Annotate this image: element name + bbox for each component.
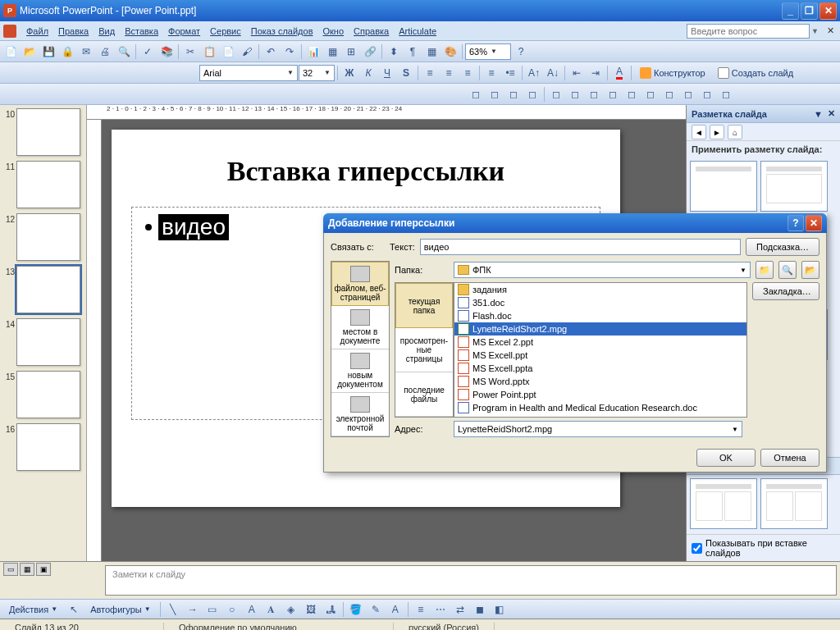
print-icon[interactable]: 🖨 xyxy=(96,43,114,61)
grid-icon[interactable]: ▦ xyxy=(422,43,441,61)
menu-view[interactable]: Вид xyxy=(94,25,120,38)
cut-icon[interactable]: ✂ xyxy=(181,43,199,61)
forward-icon[interactable]: ► xyxy=(710,125,724,139)
zoom-combo[interactable]: 63%▼ xyxy=(465,43,511,60)
display-text-input[interactable] xyxy=(420,239,741,255)
tables-borders-icon[interactable]: ⊞ xyxy=(342,43,360,61)
folder-combo[interactable]: ФПК ▼ xyxy=(454,262,751,278)
table-icon[interactable]: ▦ xyxy=(323,43,341,61)
cancel-button[interactable]: Отмена xyxy=(760,449,819,467)
oval-icon[interactable]: ○ xyxy=(223,600,241,619)
align-center-icon[interactable]: ≡ xyxy=(440,64,458,82)
wordart-icon[interactable]: 𝐀 xyxy=(262,600,281,619)
slide-title[interactable]: Вставка гиперссылки xyxy=(131,156,600,187)
decrease-font-icon[interactable]: A↓ xyxy=(544,64,562,82)
layout-content-2[interactable] xyxy=(760,478,828,529)
align-left-icon[interactable]: ≡ xyxy=(421,64,439,82)
diagram-icon[interactable]: ◈ xyxy=(282,600,300,619)
3d-style-icon[interactable]: ◧ xyxy=(491,600,509,619)
tb-icon-1[interactable]: ◻ xyxy=(467,85,485,103)
autoshapes-menu[interactable]: Автофигуры ▼ xyxy=(84,600,157,619)
file-item[interactable]: MS Excell.ppt xyxy=(454,349,746,362)
thumbnail-13[interactable]: 13 xyxy=(2,266,84,313)
bullets-icon[interactable]: •≡ xyxy=(501,64,519,82)
numbering-icon[interactable]: ≡ xyxy=(482,64,500,82)
tb-icon-14[interactable]: ◻ xyxy=(717,85,735,103)
chart-icon[interactable]: 📊 xyxy=(304,43,322,61)
tb-icon-4[interactable]: ◻ xyxy=(523,85,541,103)
notes-pane[interactable]: Заметки к слайду xyxy=(105,565,837,596)
expand-icon[interactable]: ⬍ xyxy=(385,43,403,61)
rectangle-icon[interactable]: ▭ xyxy=(203,600,221,619)
undo-icon[interactable]: ↶ xyxy=(262,43,280,61)
link-to-place[interactable]: местом в документе xyxy=(331,306,389,349)
close-button[interactable]: ✕ xyxy=(819,2,837,20)
menu-edit[interactable]: Правка xyxy=(53,25,94,38)
back-icon[interactable]: ◄ xyxy=(692,125,706,139)
decrease-indent-icon[interactable]: ⇤ xyxy=(568,64,586,82)
arrow-icon[interactable]: → xyxy=(184,600,202,619)
designer-button[interactable]: Конструктор xyxy=(634,64,711,82)
thumb-preview[interactable] xyxy=(16,371,80,418)
dialog-help-button[interactable]: ? xyxy=(788,215,804,231)
new-icon[interactable]: 📄 xyxy=(2,43,20,61)
menu-tools[interactable]: Сервис xyxy=(205,25,246,38)
restore-button[interactable]: ❐ xyxy=(801,2,818,20)
fill-color-icon[interactable]: 🪣 xyxy=(347,600,365,619)
link-to-newdoc[interactable]: новым документом xyxy=(331,349,389,393)
picture-icon[interactable]: 🏞 xyxy=(322,600,340,619)
font-color2-icon[interactable]: A xyxy=(386,600,404,619)
save-icon[interactable]: 💾 xyxy=(39,43,57,61)
layout-title-only[interactable] xyxy=(690,161,757,212)
bookmark-button[interactable]: Закладка… xyxy=(752,282,819,300)
screentip-button[interactable]: Подсказка… xyxy=(746,238,819,256)
paste-icon[interactable]: 📄 xyxy=(219,43,237,61)
align-right-icon[interactable]: ≡ xyxy=(459,64,477,82)
line-color-icon[interactable]: ✎ xyxy=(367,600,385,619)
thumbnail-11[interactable]: 11 xyxy=(2,161,84,208)
clipart-icon[interactable]: 🖼 xyxy=(302,600,320,619)
shadow-icon[interactable]: S xyxy=(397,64,415,82)
dialog-close-button[interactable]: ✕ xyxy=(806,215,822,231)
file-item[interactable]: задания xyxy=(454,283,746,296)
link-to-email[interactable]: электронной почтой xyxy=(331,393,389,436)
tb-icon-8[interactable]: ◻ xyxy=(604,85,622,103)
menu-articulate[interactable]: Articulate xyxy=(394,25,441,38)
show-on-insert-input[interactable] xyxy=(692,543,702,554)
font-size-combo[interactable]: 32▼ xyxy=(299,65,335,81)
link-to-file-web[interactable]: файлом, веб- страницей xyxy=(331,262,389,306)
line-style-icon[interactable]: ≡ xyxy=(412,600,430,619)
tb-icon-7[interactable]: ◻ xyxy=(585,85,603,103)
select-icon[interactable]: ↖ xyxy=(65,600,83,619)
menu-file[interactable]: Файл xyxy=(21,25,53,38)
email-icon[interactable]: ✉ xyxy=(77,43,95,61)
current-folder-tab[interactable]: текущая папка xyxy=(395,283,453,328)
textbox-icon[interactable]: A xyxy=(243,600,261,619)
menu-slideshow[interactable]: Показ слайдов xyxy=(246,25,318,38)
dash-style-icon[interactable]: ⋯ xyxy=(431,600,450,619)
tb-icon-6[interactable]: ◻ xyxy=(566,85,584,103)
tb-icon-11[interactable]: ◻ xyxy=(660,85,678,103)
minimize-button[interactable]: _ xyxy=(782,2,799,20)
redo-icon[interactable]: ↷ xyxy=(281,43,299,61)
actions-menu[interactable]: Действия ▼ xyxy=(3,600,63,619)
address-input[interactable]: LynetteReidShort2.mpg ▼ xyxy=(454,421,742,437)
file-item[interactable]: Flash.doc xyxy=(454,309,746,322)
open-icon[interactable]: 📂 xyxy=(21,43,39,61)
browsed-pages-tab[interactable]: просмотрен- ные страницы xyxy=(395,328,453,372)
menu-insert[interactable]: Вставка xyxy=(120,25,163,38)
show-formatting-icon[interactable]: ¶ xyxy=(404,43,422,61)
taskpane-dropdown-icon[interactable]: ▼ xyxy=(814,109,823,119)
thumbnail-15[interactable]: 15 xyxy=(2,371,84,418)
layout-content-1[interactable] xyxy=(690,478,757,529)
thumb-preview[interactable] xyxy=(16,161,80,208)
show-on-insert-checkbox[interactable]: Показывать при вставке слайдов xyxy=(692,538,835,558)
doc-close-button[interactable]: ✕ xyxy=(824,25,837,38)
permission-icon[interactable]: 🔒 xyxy=(58,43,76,61)
menu-window[interactable]: Окно xyxy=(318,25,349,38)
arrow-style-icon[interactable]: ⇄ xyxy=(451,600,469,619)
tb-icon-5[interactable]: ◻ xyxy=(547,85,565,103)
thumb-preview[interactable] xyxy=(16,318,80,366)
spelling-icon[interactable]: ✓ xyxy=(139,43,157,61)
tb-icon-2[interactable]: ◻ xyxy=(486,85,504,103)
